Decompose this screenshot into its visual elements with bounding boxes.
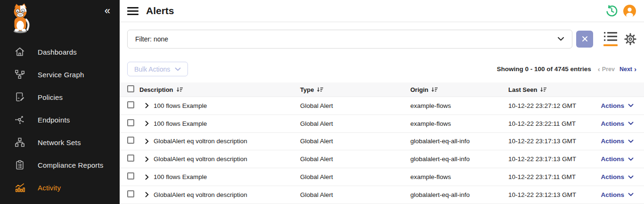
endpoints-icon <box>14 114 25 125</box>
alert-description: 100 flows Example <box>154 102 207 109</box>
alert-last-seen: 10-12-22 23:22:11 GMT <box>508 120 591 127</box>
sidebar-item-label: Dashboards <box>38 48 77 56</box>
alert-last-seen: 10-12-22 23:12:13 GMT <box>508 191 591 198</box>
app-window: « Dashboards Service Graph <box>0 0 644 204</box>
main-content: Alerts <box>120 0 644 204</box>
alert-type: Global Alert <box>300 173 410 180</box>
sidebar-collapse-icon[interactable]: « <box>105 6 110 16</box>
row-actions-menu[interactable]: Actions <box>591 138 636 145</box>
page-title: Alerts <box>146 5 174 16</box>
sort-icon <box>540 87 546 93</box>
row-actions-menu[interactable]: Actions <box>591 191 636 198</box>
sidebar-item-label: Endpoints <box>38 116 70 124</box>
prev-page-button[interactable]: ‹ Prev <box>598 65 615 73</box>
chevron-down-icon <box>628 104 634 107</box>
sidebar-nav: Dashboards Service Graph Po <box>0 41 120 204</box>
row-actions-menu[interactable]: Actions <box>591 102 636 109</box>
table-row: GlobalAlert eq voltron description Globa… <box>120 150 644 168</box>
row-checkbox[interactable] <box>127 101 134 108</box>
table-row: 100 flows Example Global Alert example-f… <box>120 168 644 186</box>
alert-origin: globalalert-eq-all-info <box>410 191 508 198</box>
filter-dropdown[interactable]: Filter: none <box>127 30 572 49</box>
actions-label: Actions <box>601 155 624 163</box>
list-view-toggle[interactable] <box>603 32 618 46</box>
actions-label: Actions <box>601 173 624 180</box>
history-icon[interactable] <box>604 4 619 18</box>
column-header-description[interactable]: Description <box>139 86 300 93</box>
network-sets-icon <box>14 137 25 148</box>
column-header-last-seen[interactable]: Last Seen <box>508 86 591 93</box>
sidebar-item-service-graph[interactable]: Service Graph <box>0 63 120 86</box>
next-page-button[interactable]: Next › <box>620 65 636 73</box>
row-checkbox[interactable] <box>127 190 134 197</box>
sidebar-item-activity[interactable]: Activity <box>0 176 120 199</box>
alert-origin: globalalert-eq-all-info <box>410 155 508 163</box>
alert-last-seen: 10-12-22 23:27:12 GMT <box>508 102 591 109</box>
sidebar-item-endpoints[interactable]: Endpoints <box>0 108 120 131</box>
policies-icon <box>14 91 25 103</box>
alert-description: GlobalAlert eq voltron description <box>154 155 247 163</box>
expand-row-chevron-icon[interactable] <box>145 139 149 144</box>
table-header-row: Description Type Origin <box>120 82 644 97</box>
alert-description: 100 flows Example <box>154 173 207 180</box>
table-body: 100 flows Example Global Alert example-f… <box>120 97 644 204</box>
chevron-down-icon <box>175 67 181 71</box>
sidebar-item-dashboards[interactable]: Dashboards <box>0 41 120 63</box>
sidebar-header: « <box>0 0 120 41</box>
table-row: 100 flows Example Global Alert example-f… <box>120 97 644 115</box>
sidebar-item-label: Network Sets <box>38 139 81 147</box>
clear-filter-button[interactable] <box>576 31 593 48</box>
chevron-left-icon: ‹ <box>598 65 600 73</box>
expand-row-chevron-icon[interactable] <box>145 192 149 197</box>
alert-last-seen: 10-12-22 23:17:13 GMT <box>508 138 591 145</box>
sidebar-item-policies[interactable]: Policies <box>0 86 120 108</box>
alert-origin: example-flows <box>410 102 508 109</box>
expand-row-chevron-icon[interactable] <box>145 121 149 126</box>
chevron-down-icon <box>628 139 634 143</box>
sidebar: « Dashboards Service Graph <box>0 0 120 204</box>
chevron-down-icon <box>628 122 634 125</box>
expand-row-chevron-icon[interactable] <box>145 103 149 108</box>
alert-origin: example-flows <box>410 173 508 180</box>
actions-label: Actions <box>601 102 624 109</box>
row-checkbox[interactable] <box>127 119 134 126</box>
home-icon <box>14 46 25 57</box>
sidebar-item-network-sets[interactable]: Network Sets <box>0 131 120 154</box>
chevron-down-icon <box>628 157 634 161</box>
row-actions-menu[interactable]: Actions <box>591 173 636 180</box>
alert-type: Global Alert <box>300 102 410 109</box>
alert-type: Global Alert <box>300 120 410 127</box>
row-actions-menu[interactable]: Actions <box>591 155 636 163</box>
expand-row-chevron-icon[interactable] <box>145 174 149 180</box>
row-checkbox[interactable] <box>127 137 134 144</box>
sort-icon <box>176 87 183 93</box>
chevron-down-icon <box>628 193 634 196</box>
settings-gear-icon[interactable] <box>624 33 636 45</box>
header-actions <box>604 4 636 18</box>
expand-row-chevron-icon[interactable] <box>145 156 149 162</box>
alert-origin: globalalert-eq-all-info <box>410 138 508 145</box>
row-checkbox[interactable] <box>127 155 134 162</box>
select-all-checkbox[interactable] <box>127 85 134 92</box>
user-avatar[interactable] <box>622 4 636 18</box>
alert-last-seen: 10-12-22 23:17:11 GMT <box>508 173 591 180</box>
alert-type: Global Alert <box>300 191 410 198</box>
sidebar-item-compliance-reports[interactable]: Compliance Reports <box>0 154 120 176</box>
row-checkbox[interactable] <box>127 172 134 180</box>
alert-description: GlobalAlert eq voltron description <box>154 191 247 198</box>
bulk-actions-button[interactable]: Bulk Actions <box>127 62 188 76</box>
hamburger-menu-icon[interactable] <box>127 7 139 15</box>
alert-last-seen: 10-12-22 23:17:13 GMT <box>508 155 591 163</box>
row-actions-menu[interactable]: Actions <box>591 120 636 127</box>
service-graph-icon <box>14 69 25 80</box>
column-header-origin[interactable]: Origin <box>410 86 508 93</box>
alert-description: 100 flows Example <box>154 120 207 127</box>
chevron-right-icon: › <box>634 65 636 73</box>
actions-label: Actions <box>601 138 624 145</box>
column-header-type[interactable]: Type <box>300 86 410 93</box>
actions-label: Actions <box>601 120 624 127</box>
sidebar-item-partial[interactable] <box>0 199 120 204</box>
actions-label: Actions <box>601 191 624 198</box>
filter-bar: Filter: none <box>120 22 644 56</box>
sidebar-item-label: Policies <box>38 93 63 101</box>
